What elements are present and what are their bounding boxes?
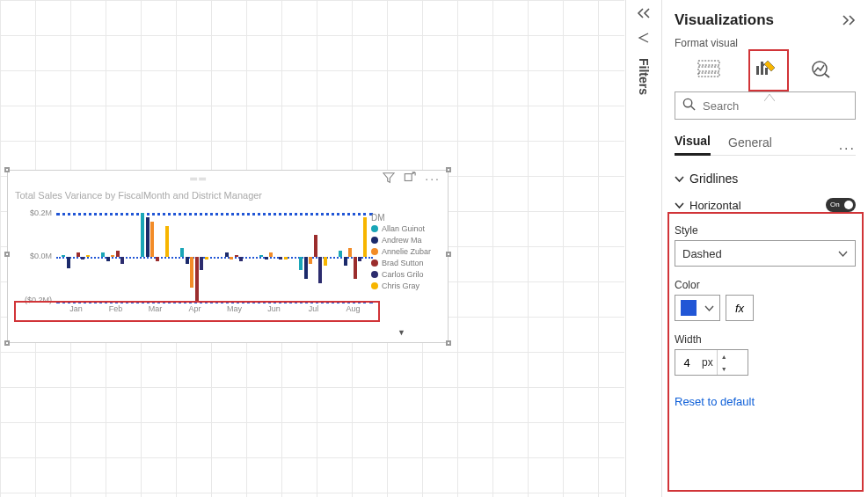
style-select[interactable]: Dashed: [675, 240, 856, 267]
report-canvas[interactable]: ══ ··· Total Sales Variance by FiscalMon…: [0, 0, 624, 497]
reset-to-default-link[interactable]: Reset to default: [675, 395, 755, 408]
more-options-icon[interactable]: ···: [425, 172, 441, 186]
width-label: Width: [675, 333, 856, 346]
legend-item[interactable]: Chris Gray: [371, 281, 437, 290]
bar[interactable]: [358, 257, 361, 261]
collapse-pane-icon[interactable]: [626, 0, 661, 26]
svg-point-8: [683, 99, 691, 106]
gridline: [56, 301, 373, 303]
bar[interactable]: [304, 257, 308, 279]
legend-item[interactable]: Brad Sutton: [371, 259, 437, 267]
bar[interactable]: [299, 257, 303, 270]
legend-item[interactable]: Annelie Zubar: [371, 247, 437, 256]
resize-handle[interactable]: [446, 252, 451, 257]
bar[interactable]: [339, 251, 342, 258]
color-label: Color: [675, 279, 856, 291]
legend-swatch: [371, 237, 378, 244]
x-tick-label: May: [215, 304, 254, 313]
bar[interactable]: [230, 257, 233, 259]
bar[interactable]: [259, 255, 263, 258]
spinner-up-icon[interactable]: ▲: [718, 350, 731, 362]
bookmark-icon[interactable]: [626, 26, 661, 51]
color-picker[interactable]: [675, 295, 720, 321]
bar[interactable]: [190, 257, 193, 288]
horizontal-toggle[interactable]: On: [826, 198, 856, 212]
bar[interactable]: [150, 222, 154, 257]
filters-label[interactable]: Filters: [637, 58, 651, 95]
tab-visual[interactable]: Visual: [675, 134, 711, 156]
bar[interactable]: [195, 257, 199, 301]
bar[interactable]: [205, 257, 208, 259]
filter-icon[interactable]: [383, 172, 395, 186]
bar[interactable]: [62, 255, 65, 258]
bar[interactable]: [156, 257, 159, 261]
format-visual-button[interactable]: [753, 58, 777, 79]
bar[interactable]: [200, 257, 203, 270]
bar[interactable]: [165, 226, 169, 257]
tab-general[interactable]: General: [728, 135, 772, 155]
legend-item[interactable]: Carlos Grilo: [371, 270, 437, 279]
expand-pane-icon[interactable]: [842, 13, 856, 28]
bar[interactable]: [324, 257, 327, 266]
bar[interactable]: [101, 252, 105, 257]
fx-button[interactable]: fx: [726, 295, 754, 321]
resize-handle[interactable]: [4, 340, 10, 346]
search-input[interactable]: [703, 99, 848, 113]
legend-scroll-down-icon[interactable]: ▼: [398, 328, 405, 337]
width-spinner[interactable]: px ▲▼: [675, 349, 748, 376]
bar[interactable]: [344, 257, 347, 266]
bar[interactable]: [67, 257, 70, 268]
bar[interactable]: [309, 257, 312, 264]
analytics-button[interactable]: [809, 58, 834, 79]
bar[interactable]: [120, 257, 124, 264]
bar[interactable]: [180, 248, 184, 257]
section-header-horizontal[interactable]: Horizontal: [675, 199, 741, 212]
bar[interactable]: [265, 257, 268, 259]
spinner-down-icon[interactable]: ▼: [718, 362, 731, 375]
bar[interactable]: [239, 257, 243, 261]
resize-handle[interactable]: [4, 167, 10, 172]
bar[interactable]: [77, 252, 80, 257]
focus-mode-icon[interactable]: [404, 172, 416, 186]
build-visual-button[interactable]: [697, 58, 721, 79]
resize-handle[interactable]: [446, 167, 451, 172]
spinner-arrows[interactable]: ▲▼: [717, 350, 731, 375]
drag-grip-icon[interactable]: ══: [190, 173, 208, 184]
bar[interactable]: [111, 255, 114, 258]
visual-header: ══ ···: [8, 171, 448, 186]
more-options-icon[interactable]: ...: [839, 137, 856, 153]
bar[interactable]: [279, 257, 282, 259]
bar[interactable]: [116, 251, 120, 258]
bar[interactable]: [225, 252, 229, 257]
resize-handle[interactable]: [446, 340, 451, 346]
x-tick-label: Jun: [254, 304, 294, 313]
bar[interactable]: [141, 213, 144, 257]
svg-rect-5: [761, 62, 763, 75]
bar[interactable]: [318, 257, 322, 283]
x-tick-label: Aug: [333, 304, 373, 313]
bar[interactable]: [354, 257, 357, 279]
svg-rect-4: [756, 66, 759, 75]
bar[interactable]: [146, 217, 150, 257]
bar[interactable]: [86, 255, 90, 258]
legend-item[interactable]: Allan Guinot: [371, 224, 437, 233]
legend-label: Brad Sutton: [382, 259, 424, 267]
section-header-gridlines[interactable]: Gridlines: [675, 172, 856, 186]
bar[interactable]: [314, 235, 317, 257]
visual-tile[interactable]: ══ ··· Total Sales Variance by FiscalMon…: [7, 170, 449, 343]
gridlines-section: Gridlines Horizontal On Style Dashed Col…: [675, 172, 856, 409]
bar[interactable]: [363, 217, 367, 257]
svg-rect-6: [765, 68, 768, 75]
legend-item[interactable]: Andrew Ma: [371, 236, 437, 245]
bar[interactable]: [106, 257, 110, 261]
bar[interactable]: [284, 257, 288, 259]
resize-handle[interactable]: [4, 252, 10, 257]
bar[interactable]: [235, 255, 238, 258]
width-input[interactable]: [675, 356, 698, 369]
mode-switcher: [675, 49, 856, 84]
bar[interactable]: [269, 252, 273, 257]
active-mode-indicator: [764, 89, 775, 105]
bar[interactable]: [348, 248, 352, 257]
bar[interactable]: [81, 257, 84, 259]
bar[interactable]: [186, 257, 189, 264]
